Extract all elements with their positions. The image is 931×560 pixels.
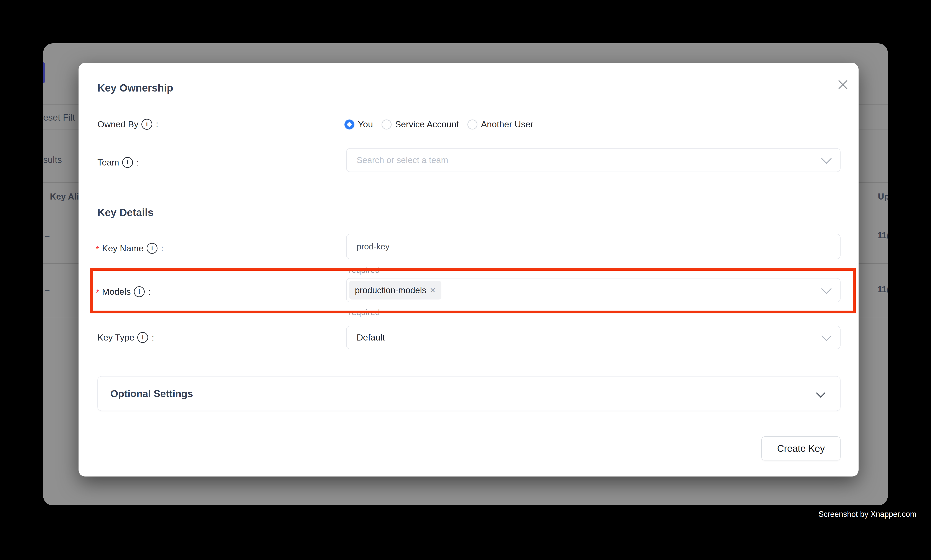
table-cell-key-alias: – [45,285,50,295]
radio-unselected-icon[interactable] [468,120,477,129]
radio-unselected-icon[interactable] [382,120,391,129]
watermark: Screenshot by Xnapper.com [819,510,916,519]
colon: : [156,119,158,129]
chevron-down-icon [821,331,832,341]
key-name-label: * Key Name i : [95,243,163,254]
key-ownership-heading: Key Ownership [97,82,173,94]
radio-label: Service Account [395,119,459,129]
table-cell-key-alias: – [45,231,50,241]
radio-selected-icon[interactable] [345,120,354,129]
key-details-heading: Key Details [97,206,154,218]
owned-by-radio-group: You Service Account Another User [345,119,533,129]
team-label: Team i : [97,157,139,168]
team-label-text: Team [97,157,119,168]
chevron-down-icon [821,153,832,164]
info-icon: i [147,243,157,254]
key-name-label-text: Key Name [102,243,144,254]
radio-owned-by-service-account[interactable]: Service Account [382,119,459,129]
reset-filters-button-fragment: eset Filt [43,112,75,123]
key-type-selected-value: Default [347,332,385,343]
info-icon: i [122,157,133,168]
close-icon[interactable] [836,77,850,92]
colon: : [161,243,163,254]
team-select-placeholder: Search or select a team [347,155,448,165]
key-type-label: Key Type i : [97,332,154,343]
results-count-fragment: sults [43,155,62,165]
required-asterisk: * [95,245,99,254]
key-type-label-text: Key Type [97,332,134,343]
radio-owned-by-you[interactable]: You [345,119,373,129]
radio-owned-by-another-user[interactable]: Another User [468,119,533,129]
owned-by-label: Owned By i : [97,119,159,130]
background-accent-button [43,62,45,83]
optional-settings-toggle[interactable]: Optional Settings [97,376,840,411]
colon: : [137,157,139,168]
key-name-input[interactable] [346,234,840,259]
chevron-down-icon [816,388,825,397]
table-cell-updated: 11/ [877,231,888,240]
create-key-button[interactable]: Create Key [762,436,840,460]
radio-label: You [358,119,373,129]
annotation-highlight-box [90,268,856,314]
key-type-select[interactable]: Default [346,326,840,349]
radio-label: Another User [481,119,533,129]
colon: : [152,332,154,343]
table-cell-updated: 11/ [877,285,888,294]
team-select[interactable]: Search or select a team [346,148,840,172]
owned-by-label-text: Owned By [97,119,138,129]
optional-settings-label: Optional Settings [111,388,193,400]
info-icon: i [137,332,148,343]
column-header-updated: Up [878,192,888,202]
info-icon: i [142,119,152,130]
